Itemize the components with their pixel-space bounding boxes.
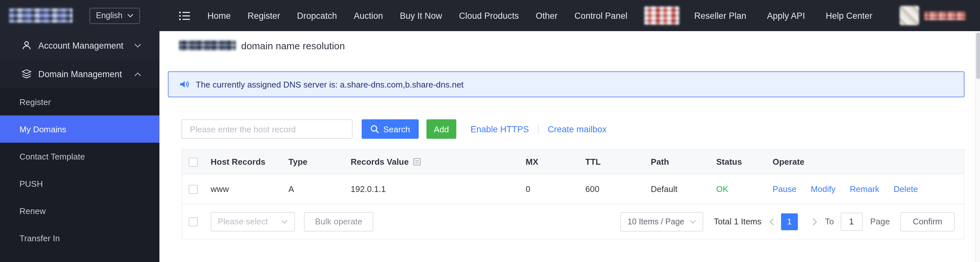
redacted-brand: [644, 6, 679, 25]
sidebar-item-label: External Domain Push: [19, 260, 103, 262]
sidebar-submenu: Register My Domains Contact Template PUS…: [0, 88, 159, 262]
bulk-operate-button[interactable]: Bulk operate: [304, 212, 373, 231]
redacted-domain-name: [179, 40, 236, 51]
menu-toggle-icon[interactable]: [179, 11, 191, 21]
cell-host-record: www: [204, 184, 282, 194]
next-page-button[interactable]: [812, 217, 817, 225]
prev-page-button[interactable]: [769, 217, 775, 225]
cell-records-value: 192.0.1.1: [344, 184, 519, 194]
sidebar-item-register[interactable]: Register: [0, 88, 159, 115]
content-area: domain name resolution The currently ass…: [159, 31, 975, 262]
footer-checkbox[interactable]: [189, 217, 198, 226]
nav-item-register[interactable]: Register: [248, 11, 280, 21]
host-record-search-input[interactable]: [181, 119, 353, 139]
select-all-checkbox[interactable]: [189, 158, 198, 167]
row-checkbox[interactable]: [189, 185, 198, 194]
user-menu[interactable]: [897, 6, 966, 25]
search-icon: [371, 125, 380, 134]
sidebar-item-push[interactable]: PUSH: [0, 170, 159, 197]
scrollbar-thumb[interactable]: [976, 32, 980, 79]
delete-link[interactable]: Delete: [894, 184, 918, 194]
sidebar-item-contact-template[interactable]: Contact Template: [0, 143, 159, 170]
nav-item-home[interactable]: Home: [207, 11, 231, 21]
create-mailbox-link[interactable]: Create mailbox: [548, 124, 607, 134]
user-icon: [21, 40, 32, 51]
col-header-status: Status: [710, 157, 766, 167]
col-header-mx: MX: [519, 157, 579, 167]
search-button[interactable]: Search: [362, 119, 419, 139]
sidebar-header: English: [0, 0, 159, 31]
sidebar-item-renew[interactable]: Renew: [0, 197, 159, 224]
records-value-display-icon[interactable]: [412, 158, 421, 166]
confirm-button[interactable]: Confirm: [900, 212, 955, 231]
main-nav: Home Register Dropcatch Auction Buy It N…: [207, 11, 627, 21]
nav-item-help-center[interactable]: Help Center: [826, 11, 872, 21]
chevron-down-icon: [281, 219, 288, 224]
bulk-action-select[interactable]: Please select: [211, 212, 295, 231]
col-header-type: Type: [282, 157, 344, 167]
nav-item-auction[interactable]: Auction: [354, 11, 383, 21]
col-header-path: Path: [644, 157, 710, 167]
bulk-action-select-value: Please select: [218, 217, 268, 226]
remark-link[interactable]: Remark: [850, 184, 879, 194]
dns-notice-banner: The currently assigned DNS server is: a.…: [168, 71, 964, 97]
pagination: 10 Items / Page Total 1 Items 1 To Page …: [620, 212, 955, 231]
page-title-row: domain name resolution: [159, 31, 975, 60]
sidebar-item-label: PUSH: [19, 179, 43, 189]
sidebar: English Account Management Domain Manage…: [0, 0, 159, 262]
col-header-operate: Operate: [766, 157, 964, 167]
chevron-down-icon: [134, 43, 141, 48]
nav-item-apply-api[interactable]: Apply API: [767, 11, 805, 21]
sidebar-item-label: Transfer In: [19, 233, 60, 243]
chevron-down-icon: [690, 219, 696, 224]
speaker-icon: [179, 79, 189, 89]
cell-mx: 0: [519, 184, 579, 194]
add-record-button[interactable]: Add: [426, 119, 456, 139]
goto-page-input[interactable]: [840, 212, 862, 230]
page-number-button[interactable]: 1: [781, 213, 798, 230]
nav-item-other[interactable]: Other: [536, 11, 558, 21]
sidebar-item-label: Renew: [19, 206, 46, 216]
page-size-value: 10 Items / Page: [627, 217, 684, 226]
topbar: Home Register Dropcatch Auction Buy It N…: [159, 0, 980, 31]
enable-https-link[interactable]: Enable HTTPS: [471, 124, 529, 134]
nav-item-dropcatch[interactable]: Dropcatch: [297, 11, 337, 21]
modify-link[interactable]: Modify: [811, 184, 836, 194]
topbar-right: Reseller Plan Apply API Help Center: [694, 6, 966, 25]
sidebar-group-account-management[interactable]: Account Management: [0, 31, 159, 60]
nav-item-reseller-plan[interactable]: Reseller Plan: [694, 11, 746, 21]
vertical-scrollbar[interactable]: [975, 31, 980, 262]
divider: [538, 125, 539, 134]
total-items-label: Total 1 Items: [714, 217, 761, 226]
sidebar-group-label: Domain Management: [38, 69, 122, 79]
cell-ttl: 600: [579, 184, 644, 194]
chevron-up-icon: [134, 72, 141, 76]
page-title: domain name resolution: [241, 40, 345, 51]
cell-path: Default: [644, 184, 710, 194]
search-button-label: Search: [383, 124, 410, 134]
col-header-ttl: TTL: [579, 157, 644, 167]
avatar[interactable]: [900, 6, 919, 25]
goto-to-label: To: [825, 217, 834, 226]
col-header-host-records: Host Records: [204, 157, 282, 167]
language-label: English: [96, 11, 123, 20]
chevron-down-icon: [127, 14, 134, 18]
sidebar-item-transfer-in[interactable]: Transfer In: [0, 224, 159, 252]
record-toolbar: Search Add Enable HTTPS Create mailbox: [181, 119, 964, 139]
sidebar-item-label: Contact Template: [19, 152, 85, 161]
sidebar-group-domain-management[interactable]: Domain Management: [0, 60, 159, 88]
language-selector[interactable]: English: [89, 8, 140, 24]
sidebar-item-label: Register: [19, 97, 51, 107]
chevron-left-icon: [769, 217, 775, 225]
nav-item-buy-it-now[interactable]: Buy It Now: [400, 11, 442, 21]
page-size-select[interactable]: 10 Items / Page: [620, 212, 703, 231]
sidebar-item-my-domains[interactable]: My Domains: [0, 115, 159, 143]
pause-link[interactable]: Pause: [773, 184, 797, 194]
status-badge: OK: [710, 184, 766, 194]
sidebar-item-external-domain-push[interactable]: External Domain Push: [0, 252, 159, 262]
row-actions: Pause Modify Remark Delete: [766, 184, 964, 194]
nav-item-cloud-products[interactable]: Cloud Products: [459, 11, 519, 21]
col-header-records-value: Records Value: [351, 157, 409, 167]
nav-item-control-panel[interactable]: Control Panel: [574, 11, 627, 21]
table-row: www A 192.0.1.1 0 600 Default OK Pause M…: [182, 174, 964, 204]
